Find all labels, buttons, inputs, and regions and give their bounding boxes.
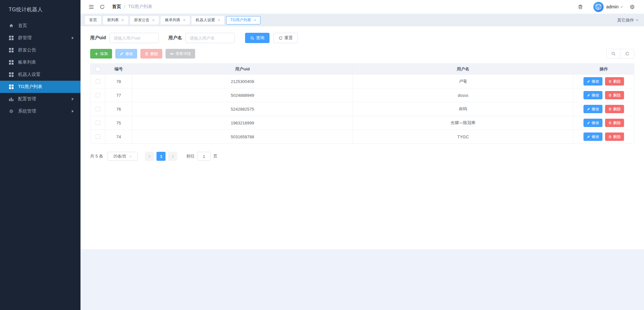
sidebar-item-robot-settings[interactable]: 机器人设置 bbox=[0, 68, 80, 81]
chevron-down-icon bbox=[620, 5, 623, 9]
cell-uid: 5031658788 bbox=[132, 130, 353, 144]
tab-group-broadcast[interactable]: 群发公告× bbox=[130, 16, 159, 24]
breadcrumb-home[interactable]: 首页 bbox=[112, 4, 121, 10]
row-checkbox-cell bbox=[90, 116, 105, 130]
sidebar-item-config-manage[interactable]: 配置管理 bbox=[0, 93, 80, 105]
sidebar-item-system-manage[interactable]: 系统管理 bbox=[0, 105, 80, 117]
cell-ops: 修改删除 bbox=[573, 75, 634, 88]
row-checkbox[interactable] bbox=[96, 93, 100, 97]
column-header-id: 编号 bbox=[105, 64, 132, 75]
chevron-right-icon bbox=[71, 110, 74, 113]
cell-uid: 5242882575 bbox=[132, 102, 353, 116]
more-actions-label: 其它操作 bbox=[617, 17, 634, 23]
trash-icon bbox=[608, 94, 612, 97]
row-checkbox[interactable] bbox=[96, 107, 100, 111]
prev-page-button[interactable] bbox=[145, 152, 154, 161]
select-all-checkbox[interactable] bbox=[96, 67, 100, 71]
goto-page-unit: 页 bbox=[213, 153, 217, 159]
row-edit-button[interactable]: 修改 bbox=[583, 119, 602, 127]
reset-button[interactable]: 重置 bbox=[273, 33, 298, 43]
pencil-icon bbox=[587, 107, 590, 111]
breadcrumb-separator: / bbox=[124, 4, 125, 9]
hamburger-icon[interactable] bbox=[87, 3, 95, 11]
more-actions-dropdown[interactable]: 其它操作 bbox=[617, 17, 639, 23]
close-icon[interactable]: × bbox=[183, 18, 185, 22]
username: admin bbox=[606, 4, 619, 9]
sidebar-item-home[interactable]: 首页 bbox=[0, 20, 80, 32]
table-refresh-icon[interactable] bbox=[620, 49, 634, 59]
pencil-icon bbox=[587, 135, 590, 139]
grid-icon bbox=[9, 48, 14, 53]
row-checkbox[interactable] bbox=[96, 79, 100, 84]
page-size-select[interactable]: 20条/页 bbox=[108, 152, 138, 161]
chevron-down-icon bbox=[635, 18, 639, 22]
page-number-button[interactable]: 1 bbox=[156, 152, 166, 161]
close-icon[interactable]: × bbox=[254, 18, 256, 22]
sidebar-item-bill-list[interactable]: 账单列表 bbox=[0, 56, 80, 68]
row-edit-button[interactable]: 修改 bbox=[583, 91, 602, 99]
trash-icon bbox=[608, 80, 612, 83]
next-page-button[interactable] bbox=[168, 152, 177, 161]
uid-label: 用户uid bbox=[90, 35, 106, 41]
tab-bill-list[interactable]: 账单列表× bbox=[161, 16, 190, 24]
grid-icon bbox=[9, 35, 14, 41]
tab-label: 机器人设置 bbox=[196, 17, 215, 23]
row-delete-button[interactable]: 删除 bbox=[605, 119, 624, 127]
sidebar-item-group-broadcast[interactable]: 群发公告 bbox=[0, 44, 80, 56]
tab-list: 首页群列表×群发公告×账单列表×机器人设置×TG用户列表× bbox=[85, 16, 617, 24]
row-delete-button[interactable]: 删除 bbox=[605, 105, 624, 113]
row-delete-button[interactable]: 删除 bbox=[605, 77, 624, 86]
table-header-row: 编号 用户uid 用户名 操作 bbox=[90, 64, 634, 75]
add-button[interactable]: 添加 bbox=[90, 49, 112, 59]
toolbar: 添加 修改 删除 查看详情 bbox=[90, 49, 634, 59]
grid-icon bbox=[9, 60, 14, 65]
row-checkbox[interactable] bbox=[96, 134, 100, 139]
row-checkbox-cell bbox=[90, 88, 105, 102]
table-search-icon[interactable] bbox=[606, 49, 620, 59]
reset-button-label: 重置 bbox=[284, 35, 293, 41]
cell-name: 光耀—陈冠希 bbox=[353, 116, 573, 130]
sidebar-menu: 首页群管理群发公告账单列表机器人设置TG用户列表配置管理系统管理 bbox=[0, 19, 80, 117]
add-button-label: 添加 bbox=[100, 51, 108, 57]
row-delete-button[interactable]: 删除 bbox=[605, 91, 624, 99]
refresh-icon[interactable] bbox=[98, 3, 106, 11]
trash-icon bbox=[608, 135, 612, 139]
query-button[interactable]: 查询 bbox=[245, 33, 270, 43]
user-menu[interactable]: admin bbox=[593, 2, 623, 12]
pencil-icon bbox=[587, 80, 590, 83]
sidebar-item-group-manage[interactable]: 群管理 bbox=[0, 32, 80, 44]
pencil-icon bbox=[587, 121, 590, 125]
close-icon[interactable]: × bbox=[152, 18, 155, 22]
sidebar-item-tg-user-list[interactable]: TG用户列表 bbox=[0, 81, 80, 93]
trash-icon[interactable] bbox=[576, 3, 585, 11]
cell-uid: 1963216999 bbox=[132, 116, 353, 130]
tab-tg-user-list[interactable]: TG用户列表× bbox=[226, 16, 260, 24]
row-edit-button[interactable]: 修改 bbox=[583, 77, 602, 86]
chevron-right-icon bbox=[71, 97, 74, 101]
topbar-right: admin bbox=[572, 2, 636, 12]
uid-input[interactable] bbox=[109, 33, 159, 43]
row-checkbox[interactable] bbox=[96, 121, 100, 125]
cell-id: 76 bbox=[105, 102, 132, 116]
tab-label: 群列表 bbox=[107, 17, 119, 23]
sidebar-item-label: 配置管理 bbox=[18, 96, 36, 102]
tab-group-list[interactable]: 群列表× bbox=[103, 16, 128, 24]
settings-gear-icon[interactable] bbox=[628, 3, 636, 11]
view-detail-button[interactable]: 查看详情 bbox=[166, 49, 195, 59]
row-delete-button[interactable]: 删除 bbox=[605, 132, 624, 141]
row-edit-button[interactable]: 修改 bbox=[583, 132, 602, 141]
tab-home[interactable]: 首页 bbox=[85, 16, 101, 24]
sidebar-item-label: TG用户列表 bbox=[18, 84, 42, 90]
edit-button[interactable]: 修改 bbox=[115, 49, 137, 59]
close-icon[interactable]: × bbox=[218, 18, 220, 22]
page-size-label: 20条/页 bbox=[113, 154, 127, 159]
row-checkbox-cell bbox=[90, 130, 105, 144]
row-edit-button[interactable]: 修改 bbox=[583, 105, 602, 113]
chevron-right-icon bbox=[71, 36, 74, 40]
delete-button[interactable]: 删除 bbox=[140, 49, 162, 59]
cell-name: 叔码 bbox=[353, 102, 573, 116]
name-input[interactable] bbox=[185, 33, 235, 43]
tab-robot-settings[interactable]: 机器人设置× bbox=[192, 16, 224, 24]
close-icon[interactable]: × bbox=[121, 18, 124, 22]
goto-page-input[interactable] bbox=[197, 152, 211, 161]
